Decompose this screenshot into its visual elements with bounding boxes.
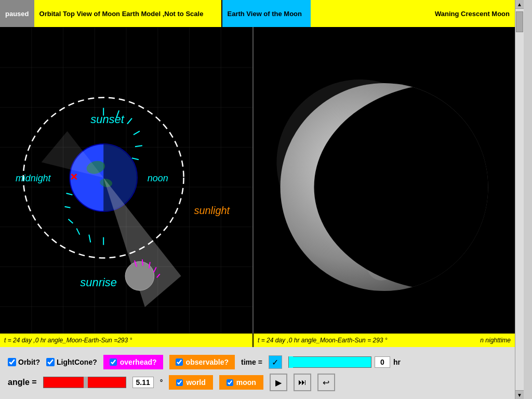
overhead-checkbox	[110, 358, 117, 366]
svg-line-25	[76, 229, 79, 235]
svg-text:midnight: midnight	[16, 173, 51, 183]
controls-row1: Orbit? LightCone? overhead? observable? …	[8, 355, 507, 369]
angle-value: 5.11	[132, 377, 154, 388]
lightcone-checkbox-item: LightCone?	[46, 358, 97, 366]
observable-label: observable?	[186, 358, 229, 366]
svg-line-17	[127, 118, 132, 124]
scroll-up-button[interactable]: ▲	[515, 0, 524, 9]
svg-line-20	[132, 158, 139, 159]
time-equals-label: time =	[241, 358, 262, 366]
world-checkbox	[176, 379, 183, 386]
step-button[interactable]: ⏭	[294, 374, 311, 391]
reset-icon: ↩	[323, 378, 329, 388]
degree-label: °	[160, 378, 163, 387]
moon-crescent-svg	[254, 27, 515, 347]
svg-line-40	[142, 259, 143, 265]
moon-button[interactable]: moon	[219, 375, 263, 390]
play-button[interactable]: ▶	[270, 374, 287, 391]
step-icon: ⏭	[298, 378, 307, 387]
reset-button[interactable]: ↩	[317, 374, 335, 391]
time-slider[interactable]	[288, 356, 371, 368]
nighttime-label: n nighttime	[480, 337, 511, 344]
svg-text:sunrise: sunrise	[80, 276, 117, 289]
moon-button-label: moon	[236, 378, 256, 387]
observable-checkbox	[176, 358, 183, 366]
controls-row2: angle = 5.11 ° world moon ▶ ⏭ ↩	[8, 374, 507, 391]
svg-line-24	[89, 235, 90, 243]
orbital-panel: sunset sunrise midnight noon sunlight	[0, 27, 254, 347]
svg-line-27	[64, 207, 70, 208]
lightcone-label: LightCone?	[57, 358, 97, 366]
svg-text:noon: noon	[148, 173, 168, 183]
overhead-button[interactable]: overhead?	[103, 355, 163, 369]
scroll-down-button[interactable]: ▼	[515, 390, 524, 399]
scroll-track	[515, 9, 524, 390]
time-checkbox[interactable]: ✓	[269, 355, 282, 369]
moon-view-checkbox	[227, 379, 233, 386]
hr-label: hr	[393, 358, 401, 366]
orbit-checkbox-item: Orbit?	[8, 358, 40, 366]
svg-text:sunlight: sunlight	[194, 205, 230, 216]
scroll-down-icon: ▼	[517, 392, 522, 398]
top-bar: paused Orbital Top View of Moon Earth Mo…	[0, 0, 515, 27]
scroll-thumb[interactable]	[516, 11, 523, 32]
world-button[interactable]: world	[169, 375, 212, 390]
earth-view-label: Earth View of the Moon	[222, 0, 311, 27]
world-label: world	[186, 378, 205, 387]
orbital-title: Orbital Top View of Moon Earth Model ,No…	[34, 0, 221, 27]
time-value: 0	[375, 356, 390, 368]
play-icon: ▶	[275, 378, 282, 388]
orbit-label: Orbit?	[18, 358, 40, 366]
moon-phase-label: Waning Crescent Moon	[311, 0, 515, 27]
orbit-diagram: sunset sunrise midnight noon sunlight	[0, 27, 252, 347]
svg-line-28	[66, 193, 72, 195]
overhead-label: overhead?	[120, 358, 157, 366]
app-container: paused Orbital Top View of Moon Earth Mo…	[0, 0, 524, 399]
status-left: t = 24 day ,0 hr angle_Moon-Earth-Sun =2…	[0, 334, 254, 347]
time-slider-container: 0 hr	[288, 356, 401, 368]
sim-area: sunset sunrise midnight noon sunlight	[0, 27, 515, 347]
angle-slider[interactable]	[43, 377, 126, 388]
paused-button[interactable]: paused	[0, 0, 34, 27]
orbit-checkbox[interactable]	[8, 358, 16, 366]
angle-label: angle =	[8, 378, 37, 387]
svg-line-19	[135, 145, 142, 147]
status-bar: t = 24 day ,0 hr angle_Moon-Earth-Sun =2…	[0, 334, 515, 347]
svg-line-26	[68, 219, 73, 223]
check-icon: ✓	[272, 357, 278, 367]
scrollbar: ▲ ▼	[515, 0, 524, 399]
svg-line-18	[134, 131, 140, 135]
status-right: t = 24 day ,0 hr angle_Moon-Earth-Sun = …	[254, 334, 515, 347]
scroll-up-icon: ▲	[517, 2, 522, 7]
svg-text:sunset: sunset	[90, 113, 124, 126]
earth-panel	[254, 27, 515, 347]
lightcone-checkbox[interactable]	[46, 358, 55, 366]
controls-panel: Orbit? LightCone? overhead? observable? …	[0, 347, 515, 399]
observable-button[interactable]: observable?	[169, 355, 235, 369]
